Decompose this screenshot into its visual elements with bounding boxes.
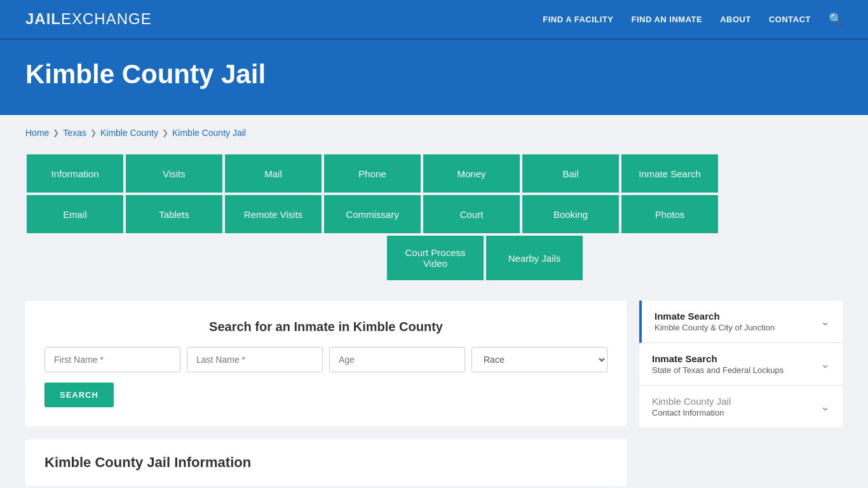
btn-bail[interactable]: Bail: [521, 153, 620, 194]
category-button-grid: Information Visits Mail Phone Money Bail…: [25, 153, 843, 281]
btn-photos[interactable]: Photos: [620, 194, 719, 234]
breadcrumb-kimble-county[interactable]: Kimble County: [100, 128, 158, 138]
info-heading: Kimble County Jail Information: [44, 454, 607, 471]
sidebar-item-inmate-search-texas[interactable]: Inmate Search State of Texas and Federal…: [639, 343, 843, 386]
sidebar-item-title-3: Kimble County Jail: [652, 396, 731, 407]
btn-remote-visits[interactable]: Remote Visits: [224, 194, 323, 234]
btn-visits[interactable]: Visits: [125, 153, 224, 194]
logo-exchange: EXCHANGE: [61, 10, 152, 27]
sidebar-item-title-2: Inmate Search: [652, 353, 783, 364]
race-select[interactable]: Race White Black Hispanic Asian Other: [471, 347, 607, 372]
main-layout: Search for an Inmate in Kimble County Ra…: [25, 301, 843, 486]
breadcrumb-home[interactable]: Home: [25, 128, 49, 138]
btn-court[interactable]: Court: [422, 194, 521, 234]
last-name-input[interactable]: [187, 347, 323, 372]
sidebar-item-text-texas: Inmate Search State of Texas and Federal…: [652, 353, 783, 375]
search-button[interactable]: SEARCH: [44, 383, 114, 407]
hero-section: Kimble County Jail: [0, 40, 868, 115]
btn-email[interactable]: Email: [25, 194, 125, 234]
info-section: Kimble County Jail Information: [25, 439, 627, 486]
sidebar-item-contact[interactable]: Kimble County Jail Contact Information ⌄: [639, 386, 843, 428]
main-nav: FIND A FACILITY FIND AN INMATE ABOUT CON…: [543, 12, 843, 26]
btn-commissary[interactable]: Commissary: [323, 194, 422, 234]
btn-booking[interactable]: Booking: [521, 194, 620, 234]
grid-row-3: Court Process Video Nearby Jails: [386, 234, 584, 281]
first-name-input[interactable]: [44, 347, 180, 372]
breadcrumb: Home ❯ Texas ❯ Kimble County ❯ Kimble Co…: [25, 128, 843, 138]
sidebar-item-inmate-search-kimble[interactable]: Inmate Search Kimble County & City of Ju…: [639, 301, 843, 343]
breadcrumb-kimble-county-jail[interactable]: Kimble County Jail: [172, 128, 246, 138]
btn-tablets[interactable]: Tablets: [125, 194, 224, 234]
chevron-down-icon-2: ⌄: [820, 357, 830, 371]
btn-phone[interactable]: Phone: [323, 153, 422, 194]
btn-nearby-jails[interactable]: Nearby Jails: [485, 234, 584, 281]
btn-court-process-video[interactable]: Court Process Video: [386, 234, 485, 281]
site-logo[interactable]: JAILEXCHANGE: [25, 10, 152, 28]
grid-row-2: Email Tablets Remote Visits Commissary C…: [25, 194, 719, 234]
chevron-down-icon-3: ⌄: [820, 400, 830, 414]
nav-contact[interactable]: CONTACT: [769, 15, 811, 24]
search-panel: Search for an Inmate in Kimble County Ra…: [25, 301, 627, 426]
btn-information[interactable]: Information: [25, 153, 125, 194]
sidebar-item-subtitle-1: Kimble County & City of Junction: [654, 323, 775, 332]
breadcrumb-texas[interactable]: Texas: [63, 128, 86, 138]
search-icon[interactable]: 🔍: [829, 12, 843, 26]
sidebar-item-subtitle-2: State of Texas and Federal Lockups: [652, 365, 783, 375]
nav-find-inmate[interactable]: FIND AN INMATE: [631, 15, 702, 24]
page-title: Kimble County Jail: [25, 59, 843, 90]
btn-mail[interactable]: Mail: [224, 153, 323, 194]
sidebar-item-subtitle-3: Contact Information: [652, 408, 731, 417]
logo-jail: JAIL: [25, 10, 61, 27]
age-input[interactable]: [329, 347, 465, 372]
nav-find-facility[interactable]: FIND A FACILITY: [543, 15, 613, 24]
site-header: JAILEXCHANGE FIND A FACILITY FIND AN INM…: [0, 0, 868, 38]
nav-about[interactable]: ABOUT: [720, 15, 751, 24]
sidebar-item-text-contact: Kimble County Jail Contact Information: [652, 396, 731, 417]
chevron-down-icon-1: ⌄: [820, 315, 830, 329]
sidebar: Inmate Search Kimble County & City of Ju…: [639, 301, 843, 428]
breadcrumb-sep-3: ❯: [162, 128, 168, 137]
btn-money[interactable]: Money: [422, 153, 521, 194]
breadcrumb-sep-1: ❯: [53, 128, 59, 137]
search-fields: Race White Black Hispanic Asian Other: [44, 347, 607, 372]
grid-row-1: Information Visits Mail Phone Money Bail…: [25, 153, 719, 194]
sidebar-item-text-kimble: Inmate Search Kimble County & City of Ju…: [654, 311, 775, 332]
left-column: Search for an Inmate in Kimble County Ra…: [25, 301, 627, 486]
content-area: Home ❯ Texas ❯ Kimble County ❯ Kimble Co…: [0, 115, 868, 488]
breadcrumb-sep-2: ❯: [90, 128, 97, 137]
sidebar-item-title-1: Inmate Search: [654, 311, 775, 322]
btn-inmate-search[interactable]: Inmate Search: [620, 153, 719, 194]
search-heading: Search for an Inmate in Kimble County: [44, 320, 607, 334]
